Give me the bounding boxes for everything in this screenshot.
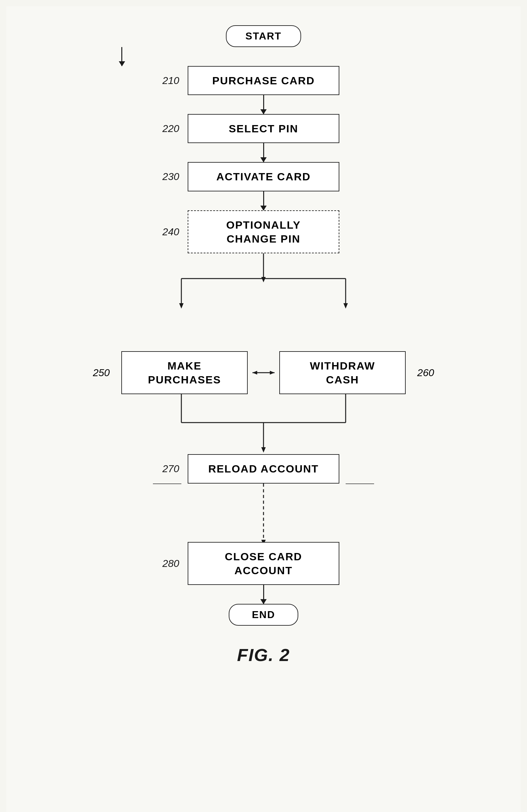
change-pin-wrapper: 240 OPTIONALLY CHANGE PIN: [188, 211, 339, 253]
start-node: START: [226, 25, 301, 47]
activate-card-wrapper: 230 ACTIVATE CARD: [188, 162, 339, 191]
reload-account-wrapper: 270 RELOAD ACCOUNT: [188, 454, 339, 483]
close-card-wrapper: 280 CLOSE CARD ACCOUNT: [188, 542, 339, 585]
label-230: 230: [162, 171, 179, 183]
horizontal-bidirectional-arrow: [251, 368, 276, 377]
purchase-card-wrapper: 210 PURCHASE CARD: [188, 66, 339, 95]
flowchart: START 210 PURCHASE CARD 220 SELECT PIN 2…: [121, 25, 406, 665]
activate-card-node: ACTIVATE CARD: [188, 162, 339, 191]
withdraw-cash-node: WITHDRAW CASH: [279, 351, 406, 394]
close-card-node: CLOSE CARD ACCOUNT: [188, 542, 339, 585]
arrow-select-to-activate: [263, 143, 264, 162]
select-pin-node: SELECT PIN: [188, 114, 339, 143]
page-container: START 210 PURCHASE CARD 220 SELECT PIN 2…: [6, 6, 521, 812]
arrow-activate-to-change: [263, 191, 264, 211]
svg-marker-15: [261, 447, 266, 453]
label-220: 220: [162, 123, 179, 134]
start-wrapper: START: [226, 25, 301, 47]
arrow-start-to-purchase: [121, 47, 122, 66]
merge-connector-svg: [121, 394, 406, 457]
label-260: 260: [417, 367, 434, 379]
end-wrapper: END: [229, 604, 298, 626]
label-270: 270: [162, 463, 179, 475]
end-node: END: [229, 604, 298, 626]
svg-marker-7: [261, 277, 266, 282]
reload-account-node: RELOAD ACCOUNT: [188, 454, 339, 483]
svg-marker-10: [270, 371, 274, 375]
svg-marker-3: [179, 303, 184, 308]
select-pin-wrapper: 220 SELECT PIN: [188, 114, 339, 143]
arrow-purchase-to-select: [263, 95, 264, 114]
split-row: 250 MAKE PURCHASES WITHDRAW CASH 260: [121, 351, 406, 394]
label-280: 280: [162, 557, 179, 569]
label-250: 250: [93, 367, 110, 379]
label-210: 210: [162, 75, 179, 87]
branch-connector-svg: [121, 253, 406, 354]
label-240: 240: [162, 226, 179, 237]
figure-label: FIG. 2: [237, 644, 290, 665]
make-purchases-node: MAKE PURCHASES: [121, 351, 248, 394]
svg-marker-9: [253, 371, 257, 375]
arrow-close-to-end: [263, 585, 264, 604]
purchase-card-node: PURCHASE CARD: [188, 66, 339, 95]
change-pin-node: OPTIONALLY CHANGE PIN: [188, 211, 339, 253]
svg-marker-6: [343, 303, 348, 308]
